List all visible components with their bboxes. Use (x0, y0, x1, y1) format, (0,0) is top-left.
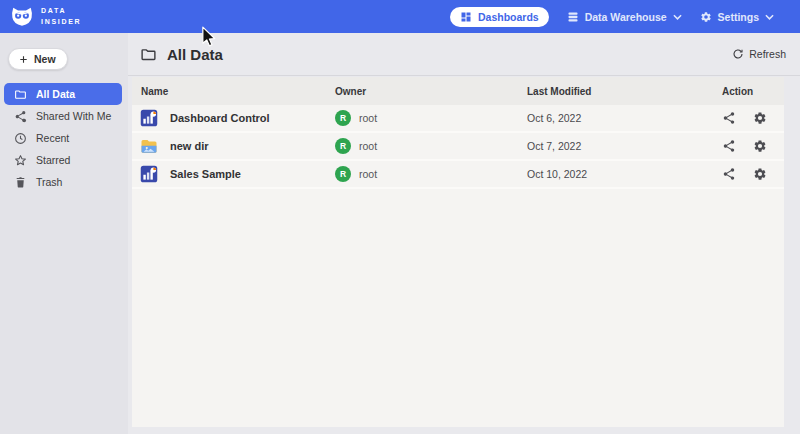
main-area: All Data Refresh Name Owner Last Modifie… (128, 33, 800, 434)
owner-avatar: R (335, 166, 351, 182)
owl-logo-icon (10, 6, 34, 27)
share-icon (14, 110, 27, 123)
file-table-panel: Name Owner Last Modified Action (132, 77, 784, 427)
star-icon (14, 154, 27, 167)
last-modified-value: Oct 7, 2022 (527, 140, 722, 152)
table-row[interactable]: new dir R root Oct 7, 2022 (132, 133, 784, 161)
share-button[interactable] (722, 167, 736, 181)
dashboards-icon (460, 11, 472, 23)
settings-menu[interactable]: Settings (700, 11, 774, 23)
chevron-down-icon (673, 14, 682, 20)
top-navbar: DATA INSIDER Dashboards Data Warehouse (0, 0, 800, 33)
column-header-name: Name (132, 86, 335, 97)
owner-avatar: R (335, 138, 351, 154)
new-button[interactable]: New (8, 48, 68, 70)
database-icon (567, 11, 579, 23)
plus-icon (18, 54, 29, 65)
table-row[interactable]: Sales Sample R root Oct 10, 2022 (132, 161, 784, 189)
sidebar-item-label: Recent (36, 132, 69, 144)
table-row[interactable]: Dashboard Control R root Oct 6, 2022 (132, 105, 784, 133)
share-button[interactable] (722, 111, 736, 125)
gear-icon (700, 11, 712, 23)
brand-text: DATA INSIDER (41, 6, 81, 27)
last-modified-value: Oct 10, 2022 (527, 168, 722, 180)
dashboard-file-icon (140, 109, 158, 127)
file-name: Sales Sample (170, 168, 241, 180)
dashboards-button[interactable]: Dashboards (450, 7, 549, 27)
owner-name: root (359, 112, 377, 124)
file-name: new dir (170, 140, 209, 152)
page-title: All Data (167, 46, 223, 63)
sidebar-item-starred[interactable]: Starred (4, 149, 122, 171)
column-header-action: Action (722, 86, 784, 97)
folder-file-icon (140, 137, 158, 155)
refresh-icon (732, 48, 744, 60)
table-header-row: Name Owner Last Modified Action (132, 77, 784, 105)
sidebar-item-recent[interactable]: Recent (4, 127, 122, 149)
sidebar: New All Data Shared With Me (0, 33, 128, 434)
sidebar-item-trash[interactable]: Trash (4, 171, 122, 193)
owner-avatar: R (335, 110, 351, 126)
chevron-down-icon (765, 14, 774, 20)
row-settings-button[interactable] (753, 167, 767, 181)
row-settings-button[interactable] (753, 111, 767, 125)
sidebar-item-shared-with-me[interactable]: Shared With Me (4, 105, 122, 127)
trash-icon (14, 176, 27, 189)
share-button[interactable] (722, 139, 736, 153)
folder-icon (140, 46, 157, 63)
sidebar-item-all-data[interactable]: All Data (4, 83, 122, 105)
last-modified-value: Oct 6, 2022 (527, 112, 722, 124)
column-header-last-modified: Last Modified (527, 86, 722, 97)
refresh-button[interactable]: Refresh (732, 48, 786, 60)
sidebar-item-label: All Data (36, 88, 75, 100)
owner-name: root (359, 140, 377, 152)
owner-name: root (359, 168, 377, 180)
data-warehouse-menu[interactable]: Data Warehouse (567, 11, 682, 23)
table-body: Dashboard Control R root Oct 6, 2022 (132, 105, 784, 189)
main-header: All Data Refresh (128, 33, 800, 76)
sidebar-item-label: Shared With Me (36, 110, 111, 122)
sidebar-item-label: Trash (36, 176, 62, 188)
sidebar-item-label: Starred (36, 154, 70, 166)
row-settings-button[interactable] (753, 139, 767, 153)
dashboard-file-icon (140, 165, 158, 183)
clock-icon (14, 132, 27, 145)
folder-icon (14, 88, 27, 101)
brand-logo[interactable]: DATA INSIDER (10, 6, 81, 27)
column-header-owner: Owner (335, 86, 527, 97)
file-name: Dashboard Control (170, 112, 270, 124)
